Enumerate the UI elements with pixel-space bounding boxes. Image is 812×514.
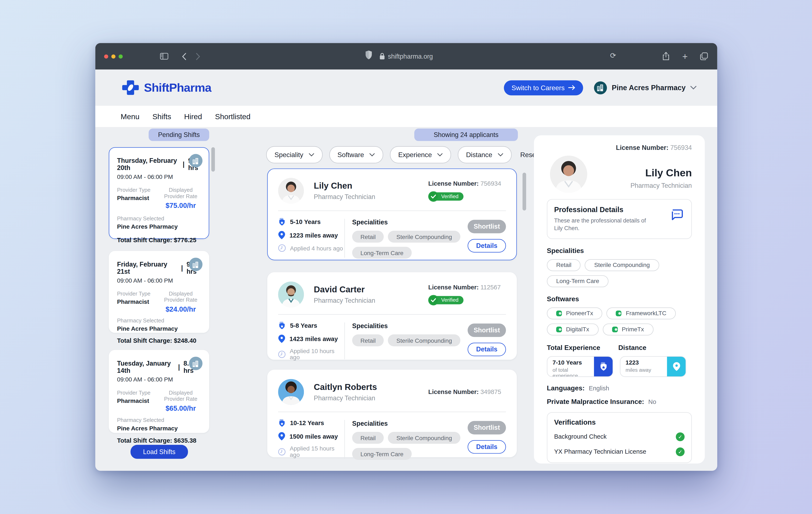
new-tab-icon[interactable]: +	[682, 52, 688, 61]
nav-item-hired[interactable]: Hired	[184, 112, 202, 120]
desktop-background: shiftpharma.org ⟳ +	[0, 0, 812, 514]
license-label: License Number:	[428, 283, 478, 291]
brand-logo[interactable]: ShiftPharma	[122, 79, 211, 96]
software-pill: DigitalTx	[547, 323, 599, 335]
experience-badge-icon	[278, 218, 286, 226]
pharmacy-value: Pine Acres Pharmacy	[117, 223, 201, 230]
experience-stat-card: 7-10 Years of total experience	[547, 356, 613, 377]
provider-type-label: Provider Type	[117, 187, 161, 193]
location-pin-icon	[278, 334, 285, 343]
location-pin-icon	[278, 432, 285, 441]
shortlist-button[interactable]: Shortlist	[467, 421, 506, 435]
applicant-detail-panel: License Number: 756934 Lily Chen Pharmac…	[534, 135, 705, 463]
building-icon	[189, 258, 203, 271]
pharmacy-label: Pharmacy Selected	[117, 417, 201, 423]
specialities-label: Specialities	[352, 420, 467, 427]
applicant-card[interactable]: Caitlyn Roberts Pharmacy Technician Lice…	[267, 370, 517, 457]
speciality-pill: Long-Term Care	[352, 247, 412, 259]
specialities-title: Specialities	[547, 247, 692, 254]
provider-type-label: Provider Type	[117, 290, 161, 296]
shift-date: Thursday, February 20th	[117, 157, 179, 172]
total-label: Total Shift Charge:	[117, 237, 172, 244]
building-icon	[189, 357, 203, 370]
rate-label: Displayed Provider Rate	[161, 290, 201, 303]
forward-icon[interactable]	[196, 53, 200, 60]
filter-experience[interactable]: Experience	[390, 146, 451, 163]
back-icon[interactable]	[182, 53, 186, 60]
account-menu[interactable]: Pine Acres Pharmacy	[594, 81, 697, 94]
filter-speciality[interactable]: Speciality	[266, 146, 322, 163]
close-window-icon[interactable]	[104, 54, 108, 58]
fullscreen-window-icon[interactable]	[119, 54, 123, 58]
verifications-box: Verifications Background Check ✓ YX Phar…	[547, 412, 692, 463]
load-shifts-button[interactable]: Load Shifts	[130, 445, 188, 459]
license-label: License Number:	[428, 388, 478, 395]
account-name: Pine Acres Pharmacy	[612, 83, 686, 92]
details-button[interactable]: Details	[467, 343, 506, 356]
verifications-title: Verifications	[554, 418, 685, 426]
filter-distance[interactable]: Distance	[458, 146, 512, 163]
experience-badge-icon	[278, 419, 286, 427]
browser-titlebar: shiftpharma.org ⟳ +	[95, 43, 717, 70]
shortlist-button[interactable]: Shortlist	[467, 220, 506, 233]
filter-software[interactable]: Software	[329, 146, 383, 163]
refresh-icon[interactable]: ⟳	[610, 51, 616, 59]
distance-stat-card: 1223 miles away	[620, 356, 686, 377]
applicant-avatar	[278, 281, 304, 307]
shift-card[interactable]: Tuesday, January 14th | 8.5 hrs 09:00 AM…	[109, 350, 209, 433]
clock-icon	[278, 244, 286, 252]
pharmacy-value: Pine Acres Pharmacy	[117, 326, 201, 332]
nav-item-shifts[interactable]: Shifts	[152, 112, 171, 120]
separator: |	[181, 264, 183, 272]
rate-value: $65.00/hr	[161, 404, 201, 412]
details-button[interactable]: Details	[467, 239, 506, 252]
shortlist-button[interactable]: Shortlist	[467, 323, 506, 337]
verification-item: Background Check	[554, 433, 606, 440]
share-icon[interactable]	[663, 52, 670, 61]
distance-sub: miles away	[626, 367, 667, 373]
applicant-card[interactable]: David Carter Pharmacy Technician License…	[267, 272, 517, 360]
rate-label: Displayed Provider Rate	[161, 389, 201, 402]
chat-icon[interactable]	[670, 209, 683, 221]
nav-item-shortlisted[interactable]: Shortlisted	[215, 112, 251, 120]
applicant-card[interactable]: Lily Chen Pharmacy Technician License Nu…	[267, 168, 517, 260]
total-label: Total Shift Charge:	[117, 337, 172, 344]
building-icon	[189, 154, 203, 167]
pharmacy-label: Pharmacy Selected	[117, 215, 201, 221]
browser-window: shiftpharma.org ⟳ +	[95, 43, 717, 470]
software-icon	[612, 326, 618, 332]
languages-label: Languages:	[547, 384, 585, 392]
tab-overview-icon[interactable]	[700, 52, 708, 60]
details-button[interactable]: Details	[467, 440, 506, 454]
rate-value: $24.00/hr	[161, 305, 201, 313]
software-icon	[556, 310, 562, 316]
experience-value: 7-10 Years	[553, 359, 594, 366]
switch-to-careers-button[interactable]: Switch to Careers	[504, 80, 583, 95]
distance-text: 1423 miles away	[289, 335, 338, 342]
privacy-shield-icon[interactable]	[365, 50, 372, 60]
brand-name: ShiftPharma	[144, 81, 211, 94]
experience-text: 5-8 Years	[290, 322, 317, 329]
shift-time: 09:00 AM - 06:00 PM	[117, 173, 201, 180]
nav-item-menu[interactable]: Menu	[121, 112, 140, 120]
shift-card[interactable]: Thursday, February 20th | 9 hrs 09:00 AM…	[109, 147, 209, 239]
speciality-pill: Retail	[352, 231, 384, 243]
shift-card[interactable]: Friday, February 21st | 9 hrs 09:00 AM -…	[109, 251, 209, 333]
distance-value: 1223	[626, 359, 667, 366]
sidebar-toggle-icon[interactable]	[160, 53, 168, 60]
speciality-pill: Sterile Compounding	[388, 231, 460, 243]
shifts-scrollbar[interactable]	[211, 147, 215, 172]
applicants-scrollbar[interactable]	[523, 173, 526, 211]
minimize-window-icon[interactable]	[111, 54, 116, 58]
speciality-pill: Retail	[352, 432, 384, 444]
software-pill: PioneerTx	[547, 307, 603, 319]
filter-label: Speciality	[274, 151, 303, 159]
rate-value: $75.00/hr	[161, 202, 201, 210]
filter-label: Software	[338, 151, 364, 159]
filter-label: Distance	[466, 151, 492, 159]
provider-type-value: Pharmacist	[117, 299, 161, 305]
total-value: $776.25	[174, 237, 196, 244]
address-bar[interactable]: shiftpharma.org	[95, 43, 717, 70]
rate-label: Displayed Provider Rate	[161, 187, 201, 199]
location-pin-icon	[278, 231, 285, 240]
